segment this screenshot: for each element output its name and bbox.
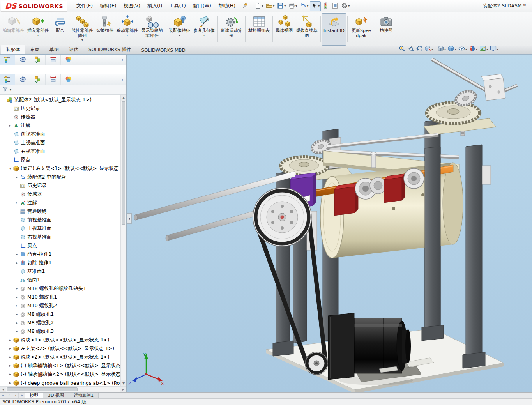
undo-button[interactable]: ▾ xyxy=(299,1,309,11)
tree-item[interactable]: 普通碳钢 xyxy=(0,207,126,216)
prev-view-button[interactable] xyxy=(416,45,422,53)
tree-item[interactable]: ▸滑块<1> (默认<<默认>_显示状态 1>) xyxy=(0,336,126,344)
tree-item[interactable]: ▸M10 螺纹孔1 xyxy=(0,293,126,301)
menu-item-4[interactable]: 工具(T) xyxy=(166,1,189,11)
panel-collapse-handle[interactable]: ◂ xyxy=(127,213,132,224)
tab-scroll-3[interactable]: » xyxy=(19,393,25,398)
tree-item[interactable]: ▸(-) deep groove ball bearings ab<1> (Ro… xyxy=(0,378,126,386)
ribbon-edit-component-button[interactable]: 编辑零部件 xyxy=(1,13,26,46)
tab-4[interactable]: SOLIDWORKS 插件 xyxy=(83,45,136,54)
appearance-button[interactable]: ▾ xyxy=(469,45,477,53)
expand-arrow-icon[interactable]: ▸ xyxy=(8,364,12,368)
chevron-down-icon[interactable]: ▾ xyxy=(10,88,11,92)
panel-splitter[interactable] xyxy=(0,65,126,74)
tree-item[interactable]: 镜向1 xyxy=(0,276,126,284)
monitor-button[interactable]: ▾ xyxy=(490,45,498,53)
expand-arrow-icon[interactable]: ▸ xyxy=(14,261,19,265)
scroll-thumb[interactable] xyxy=(7,387,78,391)
panel-tab-featuremanager[interactable] xyxy=(0,55,15,65)
expand-arrow-icon[interactable]: ▸ xyxy=(14,312,19,316)
tab-1[interactable]: 布局 xyxy=(25,45,44,54)
ribbon-explode-sketch-button[interactable]: 爆炸直线草图 xyxy=(294,13,319,46)
ribbon-bom-button[interactable]: 材料明细表 xyxy=(247,13,271,46)
tab-scroll-0[interactable]: « xyxy=(0,393,6,398)
print-button[interactable]: ▾ xyxy=(287,1,298,11)
scroll-thumb[interactable] xyxy=(122,101,125,225)
tree-item[interactable]: 历史记录 xyxy=(0,104,126,113)
tree-item[interactable]: 右视基准面 xyxy=(0,233,126,241)
tree-item[interactable]: ▸M8 螺纹孔3 xyxy=(0,327,126,336)
ribbon-smart-fastener-button[interactable]: 智能扣件 xyxy=(95,13,115,46)
ribbon-motion-study-button[interactable]: 新建运动算例 xyxy=(219,13,244,46)
expand-arrow-icon[interactable]: ▸ xyxy=(8,372,12,376)
expand-arrow-icon[interactable]: ▸ xyxy=(14,295,19,299)
panel-tab-dimxpertmanager[interactable] xyxy=(46,55,61,65)
ribbon-move-component-button[interactable]: 移动零部件▾ xyxy=(115,13,140,46)
tree-item[interactable]: ▸M18 螺纹孔的螺纹孔钻头1 xyxy=(0,284,126,293)
scene-button[interactable]: ▾ xyxy=(479,45,488,53)
menu-item-6[interactable]: 帮助(H) xyxy=(215,1,239,11)
tree-item[interactable]: 原点 xyxy=(0,241,126,250)
expand-arrow-icon[interactable]: ▸ xyxy=(14,321,19,325)
tree-item[interactable]: 上视基准面 xyxy=(0,224,126,233)
panel-tab-configurationmanager[interactable] xyxy=(30,74,46,85)
pin-icon[interactable] xyxy=(242,3,248,10)
expand-arrow-icon[interactable]: ▸ xyxy=(8,338,12,342)
tree-item[interactable]: ▸A注解 xyxy=(0,198,126,207)
open-button[interactable]: ▾ xyxy=(265,1,276,11)
save-button[interactable]: ▾ xyxy=(276,1,287,11)
tree-item[interactable]: 上视基准面 xyxy=(0,138,126,147)
expand-arrow-icon[interactable]: ▸ xyxy=(8,124,12,127)
tree-item[interactable]: 前视基准面 xyxy=(0,216,126,224)
ribbon-linear-pattern-button[interactable]: 线性零部件阵列▾ xyxy=(70,13,95,46)
tree-vertical-scrollbar[interactable]: ▲ ▼ xyxy=(120,95,126,386)
tree-item[interactable]: ▸M8 螺纹孔1 xyxy=(0,310,126,318)
tree-item[interactable]: 传感器 xyxy=(0,113,126,121)
ribbon-exploded-view-button[interactable]: 爆炸视图 xyxy=(274,13,294,46)
tab-scroll-1[interactable]: ‹ xyxy=(6,393,12,398)
expand-arrow-icon[interactable]: ▸ xyxy=(14,304,19,308)
zoom-area-button[interactable] xyxy=(407,45,414,53)
ribbon-snapshot-button[interactable]: 拍快照 xyxy=(376,13,396,46)
tab-2[interactable]: 草图 xyxy=(44,45,64,54)
expand-arrow-icon[interactable]: ▸ xyxy=(8,381,12,385)
panel-flyout-chevron[interactable]: › xyxy=(119,57,126,62)
tree-item[interactable]: ▸M8 螺纹孔2 xyxy=(0,318,126,327)
menu-item-2[interactable]: 视图(V) xyxy=(120,1,144,11)
panel-flyout-chevron[interactable]: › xyxy=(119,77,126,82)
ribbon-insert-component-button[interactable]: 插入零部件▾ xyxy=(26,13,50,46)
menu-item-5[interactable]: 窗口(W) xyxy=(189,1,215,11)
expand-arrow-icon[interactable]: ▸ xyxy=(8,347,12,350)
tree-item[interactable]: ▸A注解 xyxy=(0,121,126,130)
panel-tab-propertymanager[interactable] xyxy=(15,74,30,85)
options-button[interactable]: ▾ xyxy=(340,1,351,11)
graphics-viewport[interactable]: Y X Z ◂ xyxy=(127,55,532,392)
scroll-track[interactable] xyxy=(121,101,126,380)
tree-horizontal-scrollbar[interactable]: ◂ ▸ xyxy=(0,386,126,392)
tree-item[interactable]: 原点 xyxy=(0,156,126,164)
scroll-left-icon[interactable]: ◂ xyxy=(0,387,6,392)
tree-item[interactable]: ▸M10 螺纹孔2 xyxy=(0,301,126,310)
scroll-track[interactable] xyxy=(6,387,120,392)
tree-item[interactable]: 传感器 xyxy=(0,190,126,198)
orient-cube-button[interactable]: ▾ xyxy=(437,45,446,53)
tab-0[interactable]: 装配体 xyxy=(1,45,25,54)
tab-scroll-2[interactable]: › xyxy=(12,393,19,398)
model-small-pulley[interactable] xyxy=(305,352,328,375)
tree-item[interactable]: ▸凸台-拉伸1 xyxy=(0,250,126,258)
tree-item[interactable]: ▸装配体2 中的配合 xyxy=(0,173,126,181)
menu-item-0[interactable]: 文件(F) xyxy=(73,1,96,11)
section-button[interactable]: ▾ xyxy=(424,45,433,53)
new-document-button[interactable]: ▾ xyxy=(253,1,264,11)
bottom-tab-2[interactable]: 运动算例1 xyxy=(69,393,99,398)
rebuild-button[interactable] xyxy=(321,1,330,11)
display-style-button[interactable]: ▾ xyxy=(448,45,456,53)
tab-5[interactable]: SOLIDWORKS MBD xyxy=(136,46,190,54)
tree-item[interactable]: ▸(-) 轴承辅助轴<2> (默认<<默认>_显示状态 1>) xyxy=(0,370,126,378)
tree-item[interactable]: 历史记录 xyxy=(0,181,126,190)
tree-item[interactable]: 基准面1 xyxy=(0,267,126,276)
tree-item[interactable]: ▸切除-拉伸1 xyxy=(0,258,126,267)
tree-item[interactable]: ▸(-) 轴承辅助轴<1> (默认<<默认>_显示状态 1>) xyxy=(0,361,126,370)
expand-arrow-icon[interactable]: ▸ xyxy=(14,329,19,333)
tree-item[interactable]: 前视基准面 xyxy=(0,130,126,138)
